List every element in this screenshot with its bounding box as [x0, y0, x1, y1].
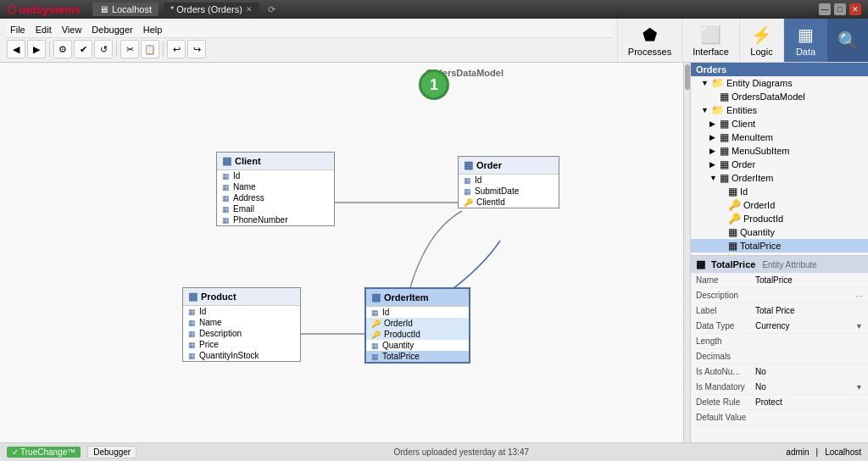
- entity-icon: ▦: [371, 292, 381, 303]
- field-product-qty[interactable]: ▦ QuantityInStock: [183, 350, 300, 361]
- tree-arrow: ▶: [709, 119, 718, 128]
- redo-button[interactable]: ↪: [187, 40, 206, 58]
- entity-icon: ▦: [720, 172, 729, 184]
- refresh-btn[interactable]: ⟳: [268, 4, 275, 15]
- tree-oi-id[interactable]: ▦ Id: [691, 185, 868, 198]
- field-icon: ▦: [728, 186, 737, 197]
- tree-orderitem[interactable]: ▼ ▦ OrderItem: [691, 171, 868, 185]
- prop-autonum-value[interactable]: No: [755, 367, 863, 376]
- processes-icon: ⬟: [643, 25, 657, 45]
- field-icon: ▦: [371, 353, 379, 361]
- tree-oi-productid[interactable]: 🔑 ProductId: [691, 212, 868, 225]
- tree-oi-quantity[interactable]: ▦ Quantity: [691, 225, 868, 239]
- menu-help[interactable]: Help: [138, 24, 168, 36]
- canvas-scrollbar[interactable]: [683, 63, 690, 442]
- field-client-name[interactable]: ▦ Name: [217, 181, 334, 192]
- field-product-desc[interactable]: ▦ Description: [183, 328, 300, 339]
- canvas[interactable]: OrdersDataModel ▦ Client ▦ Id ▦ Name ▦ A…: [0, 63, 690, 442]
- field-client-email[interactable]: ▦ Email: [217, 203, 334, 214]
- field-product-id[interactable]: ▦ Id: [183, 306, 300, 317]
- forward-button[interactable]: ▶: [27, 40, 46, 58]
- tree-panel: Orders ▼ 📁 Entity Diagrams ▦ OrdersDataM…: [691, 63, 868, 256]
- tab-logic[interactable]: ⚡ Logic: [739, 19, 783, 62]
- tree-order[interactable]: ▶ ▦ Order: [691, 158, 868, 171]
- maximize-button[interactable]: □: [834, 3, 846, 15]
- tree-ordersmodel[interactable]: ▦ OrdersDataModel: [691, 90, 868, 103]
- titlebar: ⬡ outsystems 🖥 Localhost * Orders (Order…: [0, 0, 868, 19]
- tree-menusubitem[interactable]: ▶ ▦ MenuSubItem: [691, 144, 868, 158]
- copy-button[interactable]: 📋: [141, 40, 159, 58]
- tree-label: Id: [740, 186, 748, 197]
- mandatory-dropdown-arrow[interactable]: ▼: [855, 383, 863, 392]
- truechange-button[interactable]: ✓ TrueChange™: [7, 447, 81, 458]
- prop-deleterule-label: Delete Rule: [696, 397, 755, 407]
- debugger-button[interactable]: Debugger: [87, 446, 136, 458]
- fk-icon: 🔑: [464, 198, 473, 207]
- status-right: admin | Localhost: [786, 447, 861, 457]
- tree-entity-diagrams[interactable]: ▼ 📁 Entity Diagrams: [691, 76, 868, 90]
- fk-icon: 🔑: [728, 213, 741, 225]
- cut-button[interactable]: ✂: [120, 40, 139, 58]
- prop-name-value[interactable]: TotalPrice: [755, 275, 863, 285]
- undo2-button[interactable]: ↩: [167, 40, 186, 58]
- orders-tab[interactable]: * Orders (Orders) ✕: [164, 3, 259, 16]
- field-oi-quantity[interactable]: ▦ Quantity: [366, 340, 469, 351]
- localhost-tab[interactable]: 🖥 Localhost: [92, 3, 159, 16]
- entity-orderitem[interactable]: ▦ OrderItem ▦ Id 🔑 OrderId 🔑 ProductId ▦…: [364, 287, 470, 364]
- fk-icon: 🔑: [728, 199, 741, 211]
- entity-icon: ▦: [222, 155, 231, 167]
- prop-deleterule-value[interactable]: Protect: [755, 397, 863, 407]
- tree-client[interactable]: ▶ ▦ Client: [691, 117, 868, 131]
- tree-entities[interactable]: ▼ 📁 Entities: [691, 103, 868, 117]
- check-button[interactable]: ✔: [74, 40, 92, 58]
- prop-mandatory-value[interactable]: No ▼: [755, 382, 863, 392]
- field-client-address[interactable]: ▦ Address: [217, 192, 334, 203]
- tree-label: MenuItem: [732, 132, 773, 142]
- tab-data[interactable]: ▦ Data: [783, 19, 827, 62]
- search-button[interactable]: 🔍: [827, 19, 868, 62]
- minimize-button[interactable]: —: [819, 3, 831, 15]
- field-client-id[interactable]: ▦ Id: [217, 170, 334, 181]
- prop-autonum-label: Is AutoNu...: [696, 367, 755, 376]
- field-order-clientid[interactable]: 🔑 ClientId: [459, 197, 559, 208]
- entity-client[interactable]: ▦ Client ▦ Id ▦ Name ▦ Address ▦ Email ▦…: [216, 152, 335, 226]
- field-order-submitdate[interactable]: ▦ SubmitDate: [459, 186, 559, 197]
- prop-datatype-value[interactable]: Currency ▼: [755, 321, 863, 330]
- tree-menuitem[interactable]: ▶ ▦ MenuItem: [691, 131, 868, 144]
- entity-product[interactable]: ▦ Product ▦ Id ▦ Name ▦ Description ▦ Pr…: [182, 287, 301, 362]
- menu-debugger[interactable]: Debugger: [86, 24, 137, 36]
- field-oi-orderid[interactable]: 🔑 OrderId: [366, 318, 469, 329]
- field-oi-totalprice[interactable]: ▦ TotalPrice: [366, 351, 469, 362]
- entity-order-title: Order: [476, 160, 502, 170]
- tab-processes[interactable]: ⬟ Processes: [617, 19, 682, 62]
- menu-view[interactable]: View: [57, 24, 87, 36]
- field-product-name[interactable]: ▦ Name: [183, 317, 300, 328]
- tab-close-icon[interactable]: ✕: [246, 5, 253, 14]
- prop-desc-dots[interactable]: ···: [855, 291, 863, 301]
- menu-file[interactable]: File: [5, 24, 31, 36]
- settings-button[interactable]: ⚙: [53, 40, 72, 58]
- prop-label-value[interactable]: Total Price: [755, 306, 863, 315]
- separator2: [116, 42, 117, 57]
- prop-length-label: Length: [696, 336, 755, 346]
- tab-interface[interactable]: ⬜ Interface: [682, 19, 739, 62]
- dropdown-arrow[interactable]: ▼: [855, 322, 863, 330]
- logic-icon: ⚡: [751, 25, 772, 45]
- entity-order[interactable]: ▦ Order ▦ Id ▦ SubmitDate 🔑 ClientId: [458, 156, 559, 208]
- tree-oi-orderid[interactable]: 🔑 OrderId: [691, 198, 868, 212]
- tree-oi-totalprice[interactable]: ▦ TotalPrice: [691, 239, 868, 253]
- undo-button[interactable]: ↺: [94, 40, 113, 58]
- tree-arrow: ▶: [709, 147, 718, 155]
- menu-edit[interactable]: Edit: [31, 24, 57, 36]
- field-client-phone[interactable]: ▦ PhoneNumber: [217, 214, 334, 225]
- outsystems-logo: ⬡ outsystems: [7, 3, 81, 16]
- field-icon: ▦: [188, 352, 196, 360]
- field-product-price[interactable]: ▦ Price: [183, 339, 300, 350]
- field-order-id[interactable]: ▦ Id: [459, 175, 559, 186]
- field-oi-id[interactable]: ▦ Id: [366, 307, 469, 318]
- field-oi-productid[interactable]: 🔑 ProductId: [366, 329, 469, 340]
- back-button[interactable]: ◀: [7, 40, 25, 58]
- close-button[interactable]: ✕: [849, 3, 861, 15]
- field-icon: ▦: [188, 330, 196, 338]
- prop-default-row: Default Value: [691, 410, 868, 425]
